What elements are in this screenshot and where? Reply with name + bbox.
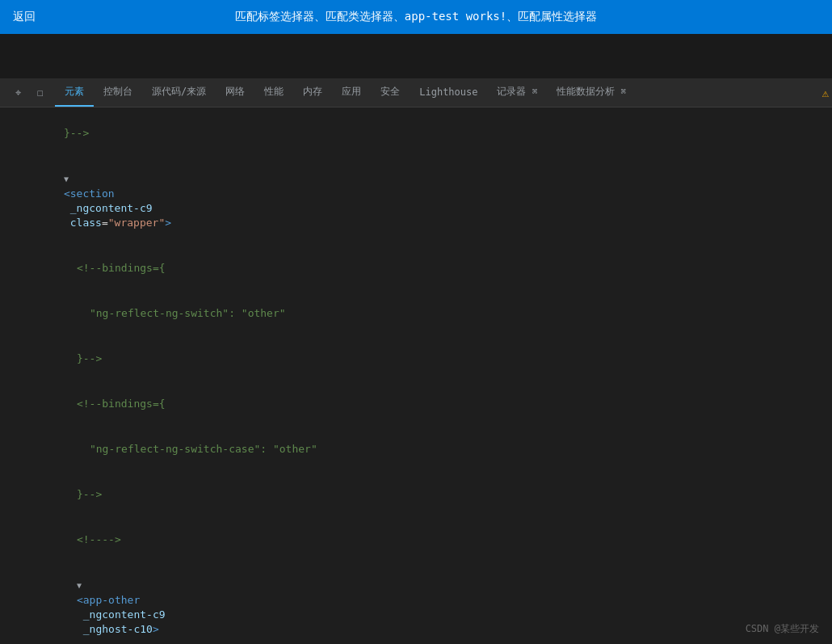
tab-application[interactable]: 应用 bbox=[332, 78, 371, 107]
tab-source[interactable]: 源代码/来源 bbox=[142, 78, 216, 107]
banner-title: 匹配标签选择器、匹配类选择器、app-test works!、匹配属性选择器 bbox=[13, 10, 819, 24]
devtools-left-icons: ⌖ ☐ bbox=[3, 82, 55, 104]
code-line: <!----> bbox=[0, 517, 832, 562]
cursor-icon[interactable]: ⌖ bbox=[6, 82, 29, 104]
tab-perf-insights[interactable]: 性能数据分析 ⌘ bbox=[547, 78, 636, 107]
tab-elements[interactable]: 元素 bbox=[55, 78, 94, 107]
code-line: }--> bbox=[0, 472, 832, 517]
tab-memory[interactable]: 内存 bbox=[293, 78, 332, 107]
tab-lighthouse[interactable]: Lighthouse bbox=[410, 80, 487, 106]
tab-security[interactable]: 安全 bbox=[371, 78, 410, 107]
code-line: <!--bindings={ bbox=[0, 246, 832, 291]
code-line: <!--bindings={ bbox=[0, 381, 832, 427]
warning-icon: ⚠ bbox=[819, 86, 832, 99]
code-line: "ng-reflect-ng-switch": "other" bbox=[0, 291, 832, 336]
devtools-tab-bar: ⌖ ☐ 元素 控制台 源代码/来源 网络 性能 内存 应用 安全 Lightho… bbox=[0, 78, 832, 107]
top-banner: 返回 匹配标签选择器、匹配类选择器、app-test works!、匹配属性选择… bbox=[0, 0, 832, 34]
tab-recorder[interactable]: 记录器 ⌘ bbox=[487, 78, 547, 107]
mobile-icon[interactable]: ☐ bbox=[29, 82, 52, 104]
watermark: CSDN @某些开发 bbox=[746, 622, 819, 636]
dark-area bbox=[0, 34, 832, 78]
tab-console[interactable]: 控制台 bbox=[94, 78, 142, 107]
code-line: }--> bbox=[0, 111, 832, 156]
code-line: }--> bbox=[0, 336, 832, 381]
elements-area[interactable]: }--> <section _ngcontent-c9 class="wrapp… bbox=[0, 107, 832, 644]
tab-network[interactable]: 网络 bbox=[216, 78, 254, 107]
code-line: <section _ngcontent-c9 class="wrapper"> bbox=[0, 156, 832, 246]
back-button[interactable]: 返回 bbox=[13, 10, 36, 24]
code-line: "ng-reflect-ng-switch-case": "other" bbox=[0, 427, 832, 472]
code-line: <app-other _ngcontent-c9 _nghost-c10> bbox=[0, 562, 832, 644]
tab-performance[interactable]: 性能 bbox=[254, 78, 293, 107]
